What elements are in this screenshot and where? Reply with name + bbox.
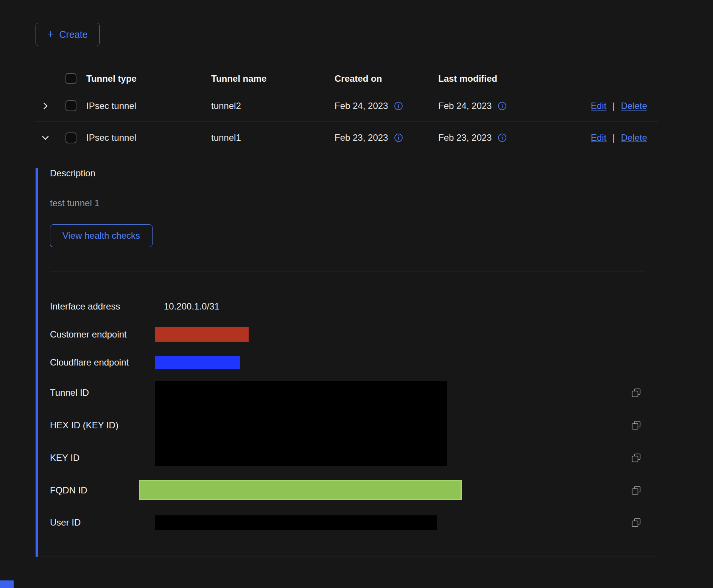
created-on-cell: Feb 23, 2023 xyxy=(335,132,388,143)
column-header-last-modified: Last modified xyxy=(438,73,544,84)
field-label-key-id: KEY ID xyxy=(50,442,155,474)
action-separator: | xyxy=(612,101,615,111)
column-header-tunnel-type: Tunnel type xyxy=(86,73,211,84)
copy-icon[interactable] xyxy=(631,420,641,430)
detail-divider xyxy=(50,272,645,272)
field-row-cloudflare-endpoint: Cloudflare endpoint xyxy=(50,348,658,376)
redacted-ids-values xyxy=(155,381,447,466)
last-modified-cell: Feb 23, 2023 xyxy=(438,132,492,143)
table-header-row: Tunnel type Tunnel name Created on Last … xyxy=(36,67,658,90)
redacted-customer-endpoint-value xyxy=(155,327,249,342)
table-row: IPsec tunnel tunnel2 Feb 24, 2023 Feb 24… xyxy=(36,90,658,122)
select-all-checkbox[interactable] xyxy=(65,73,76,84)
delete-link[interactable]: Delete xyxy=(621,101,647,111)
field-row-user-id: User ID xyxy=(50,506,658,538)
field-row-interface-address: Interface address 10.200.1.0/31 xyxy=(50,292,658,320)
tunnel-detail-panel: Description test tunnel 1 View health ch… xyxy=(36,168,658,557)
chevron-right-icon[interactable] xyxy=(41,102,50,110)
redacted-fqdn-id-value xyxy=(139,480,462,500)
select-checkbox[interactable] xyxy=(65,132,76,143)
bottom-scroll-accent xyxy=(0,580,14,588)
info-icon[interactable] xyxy=(498,101,507,110)
plus-icon: + xyxy=(47,28,54,40)
field-label-tunnel-id: Tunnel ID xyxy=(50,376,155,409)
create-button[interactable]: + Create xyxy=(36,23,100,46)
info-icon[interactable] xyxy=(394,101,403,110)
copy-icon[interactable] xyxy=(631,453,641,463)
field-label: Cloudflare endpoint xyxy=(50,357,155,368)
info-icon[interactable] xyxy=(498,133,507,142)
detail-fields: Interface address 10.200.1.0/31 Customer… xyxy=(50,292,658,538)
tunnel-name-cell: tunnel1 xyxy=(211,132,335,143)
copy-icon[interactable] xyxy=(631,485,641,495)
copy-icon[interactable] xyxy=(631,388,641,398)
interface-address-value: 10.200.1.0/31 xyxy=(164,301,220,312)
column-header-tunnel-name: Tunnel name xyxy=(211,73,335,84)
action-separator: | xyxy=(612,132,615,143)
description-value: test tunnel 1 xyxy=(50,198,658,208)
chevron-down-icon[interactable] xyxy=(41,134,50,142)
field-label: Customer endpoint xyxy=(50,329,155,340)
field-label: Interface address xyxy=(50,301,155,312)
column-header-created-on: Created on xyxy=(335,73,438,84)
description-label: Description xyxy=(50,168,658,179)
copy-icon[interactable] xyxy=(631,518,641,527)
table-row: IPsec tunnel tunnel1 Feb 23, 2023 Feb 23… xyxy=(36,122,658,154)
tunnel-type-cell: IPsec tunnel xyxy=(86,101,211,111)
tunnels-table: Tunnel type Tunnel name Created on Last … xyxy=(36,67,658,557)
view-health-checks-button[interactable]: View health checks xyxy=(50,224,153,247)
field-row-customer-endpoint: Customer endpoint xyxy=(50,320,658,348)
last-modified-cell: Feb 24, 2023 xyxy=(438,101,492,111)
created-on-cell: Feb 24, 2023 xyxy=(335,101,388,111)
info-icon[interactable] xyxy=(394,133,403,142)
tunnel-name-cell: tunnel2 xyxy=(211,101,335,111)
field-label: FQDN ID xyxy=(50,485,139,496)
edit-link[interactable]: Edit xyxy=(591,132,606,143)
redacted-cloudflare-endpoint-value xyxy=(155,356,240,369)
field-label: User ID xyxy=(50,517,155,528)
field-rows-ids-block: Tunnel ID HEX ID (KEY ID) KEY ID xyxy=(50,376,658,474)
select-checkbox[interactable] xyxy=(65,100,76,111)
delete-link[interactable]: Delete xyxy=(621,132,647,143)
tunnel-type-cell: IPsec tunnel xyxy=(86,132,211,143)
field-label-hex-id: HEX ID (KEY ID) xyxy=(50,409,155,442)
tunnels-page: + Create Tunnel type Tunnel name Created… xyxy=(0,0,713,588)
redacted-user-id-value xyxy=(155,515,437,530)
edit-link[interactable]: Edit xyxy=(591,101,606,111)
create-button-label: Create xyxy=(59,29,88,40)
field-row-fqdn-id: FQDN ID xyxy=(50,474,658,506)
